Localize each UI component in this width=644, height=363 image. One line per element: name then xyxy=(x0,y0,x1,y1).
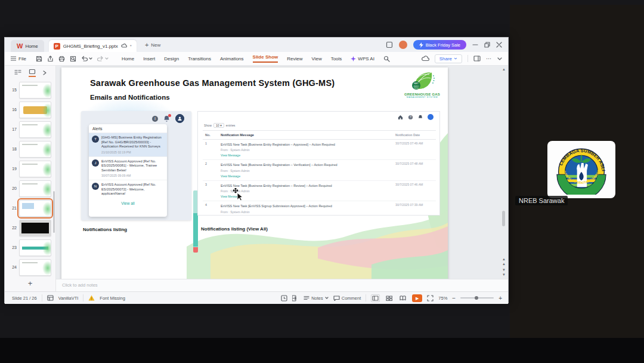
help-icon: ? xyxy=(408,115,413,120)
slideshow-play-button[interactable]: ▶ xyxy=(412,294,422,302)
table-row: 2 EnVISS New Task [Business Entity Regis… xyxy=(203,160,436,180)
caret-down-icon xyxy=(89,57,92,60)
notes-icon xyxy=(304,296,309,300)
notes-placeholder[interactable]: Click to add notes xyxy=(56,279,508,291)
redo-button[interactable] xyxy=(97,56,109,61)
alert-item[interactable]: T [GHG-MS] Business Entity Registration … xyxy=(89,133,167,157)
wps-office-window: W Home P GHGMS_Briefing_v1.pptx * + New … xyxy=(4,37,509,303)
menu-view[interactable]: View xyxy=(311,56,321,61)
theme-icon xyxy=(47,295,54,301)
normal-view-icon[interactable] xyxy=(371,294,380,302)
svg-text:?: ? xyxy=(410,116,411,119)
mouse-cursor xyxy=(232,188,244,201)
comment-button[interactable]: Comment xyxy=(333,296,361,301)
menu-transitions[interactable]: Transitions xyxy=(188,56,211,61)
promo-button[interactable]: Black Friday Sale xyxy=(413,40,466,50)
slide-thumbnail-15[interactable]: 15 xyxy=(5,80,55,100)
view-all-link[interactable]: View all xyxy=(89,199,167,208)
collapse-ribbon-icon[interactable] xyxy=(497,57,502,60)
slide-thumbnail-18[interactable]: 18 xyxy=(5,139,55,159)
print-preview-icon[interactable] xyxy=(70,56,76,62)
theme-name[interactable]: VanillaVTI xyxy=(58,296,79,301)
save-icon[interactable] xyxy=(36,56,42,62)
file-menu[interactable]: File xyxy=(5,56,31,61)
more-options-icon[interactable]: ⋯ xyxy=(486,56,492,61)
undo-button[interactable] xyxy=(81,56,92,61)
slide-thumbnail-19[interactable]: 19 xyxy=(5,159,55,179)
svg-text:!: ! xyxy=(91,297,92,301)
ghgms-logo-tagline: MANAGEMENT SYSTEM xyxy=(402,96,442,99)
share-button[interactable]: Share xyxy=(435,54,462,63)
expand-panel-chevron-icon[interactable] xyxy=(43,70,47,75)
slide-title: Sarawak Greenhouse Gas Management System… xyxy=(90,78,335,88)
slide-thumbnail-17[interactable]: 17 xyxy=(5,119,55,139)
home-tab-label: Home xyxy=(25,44,38,49)
account-avatar[interactable] xyxy=(399,41,407,49)
menu-design[interactable]: Design xyxy=(164,56,179,61)
slide-thumbnail-22[interactable]: 22 xyxy=(5,218,55,238)
zoom-slider-handle[interactable] xyxy=(475,296,478,300)
slide-thumbnail-24[interactable]: 24 xyxy=(5,257,55,277)
menu-home[interactable]: Home xyxy=(122,56,134,61)
menu-review[interactable]: Review xyxy=(287,56,302,61)
canvas-scrollbar[interactable]: ▲ ▲▲ ▼▼ xyxy=(501,66,507,279)
handout-export-icon[interactable] xyxy=(292,295,299,302)
notes-toggle[interactable]: Notes xyxy=(304,296,329,301)
slide-sorter-view-icon[interactable] xyxy=(385,294,394,302)
page-size-select[interactable]: 10 ▾ xyxy=(213,123,224,128)
menu-tools[interactable]: Tools xyxy=(331,56,342,61)
caption-left: Notifications listing xyxy=(83,227,127,232)
document-tab[interactable]: P GHGMS_Briefing_v1.pptx * xyxy=(49,40,137,52)
slides-view-tab-icon[interactable] xyxy=(29,69,36,77)
reading-view-icon[interactable] xyxy=(398,294,407,302)
add-slide-button[interactable]: + xyxy=(5,279,55,288)
slide-settings-icon[interactable] xyxy=(281,295,287,302)
alert-text: EnVISS Account Approved [Ref No. ES/2025… xyxy=(101,159,164,173)
search-icon[interactable] xyxy=(383,56,390,62)
menu-slide-show[interactable]: Slide Show xyxy=(253,54,278,63)
slide-thumbnail-21-selected[interactable]: 21 xyxy=(5,198,55,218)
scroll-up-icon[interactable]: ▲ xyxy=(501,67,507,72)
slide-thumbnail-16[interactable]: 16 xyxy=(5,100,55,119)
zoom-level[interactable]: 75% xyxy=(438,296,447,301)
task-pane-icon[interactable] xyxy=(473,56,481,61)
promo-label: Black Friday Sale xyxy=(426,42,460,48)
slide-thumbnail-23[interactable]: 23 xyxy=(5,238,55,257)
slide-thumbnail-20[interactable]: 20 xyxy=(5,179,55,198)
home-icon xyxy=(398,115,403,120)
zoom-out-button[interactable]: − xyxy=(452,295,456,302)
minimize-button[interactable] xyxy=(472,42,478,48)
col-date: Notification Date xyxy=(395,133,436,137)
outline-view-tab-icon[interactable] xyxy=(14,70,21,76)
alert-item[interactable]: J EnVISS Account Approved [Ref No. ES/20… xyxy=(89,157,167,181)
zoom-slider[interactable] xyxy=(460,297,494,299)
view-message-link[interactable]: View Message xyxy=(221,174,240,178)
home-app-tab[interactable]: W Home xyxy=(11,40,44,52)
next-slide-icon[interactable]: ▼▼ xyxy=(501,267,507,277)
alert-time: 21/10/2025 02:19 PM xyxy=(101,150,164,154)
slide-counter: Slide 21 / 26 xyxy=(12,296,37,301)
previous-slide-icon[interactable]: ▲▲ xyxy=(501,257,507,266)
user-avatar-icon xyxy=(175,114,184,123)
fit-slide-icon[interactable] xyxy=(427,295,434,302)
scrollbar-thumb[interactable] xyxy=(502,211,505,226)
restore-button[interactable] xyxy=(484,42,490,48)
menu-insert[interactable]: Insert xyxy=(143,56,155,61)
close-button[interactable] xyxy=(496,42,502,48)
export-icon[interactable] xyxy=(47,56,54,62)
menu-wps-ai[interactable]: WPS AI xyxy=(351,56,374,61)
participant-logo: LEMBAGA SUMBER ASLI DAN ALAM SEKITAR SAR… xyxy=(547,141,615,198)
alert-item[interactable]: N EnVISS Account Approved [Ref No. ES/20… xyxy=(89,180,167,199)
thumbnail-scrollbar[interactable] xyxy=(53,191,55,233)
new-tab-button[interactable]: + New xyxy=(145,41,160,48)
plus-icon: + xyxy=(145,41,148,48)
info-icon: i xyxy=(152,116,158,122)
zoom-in-button[interactable]: + xyxy=(499,295,502,302)
view-message-link[interactable]: View Message xyxy=(221,153,240,157)
menu-animations[interactable]: Animations xyxy=(220,56,244,61)
cloud-upload-icon[interactable] xyxy=(422,56,429,61)
font-missing-warning[interactable]: Font Missing xyxy=(100,296,125,301)
show-label: Show xyxy=(204,124,212,127)
print-icon[interactable] xyxy=(58,56,65,62)
switch-window-icon[interactable] xyxy=(386,41,393,48)
